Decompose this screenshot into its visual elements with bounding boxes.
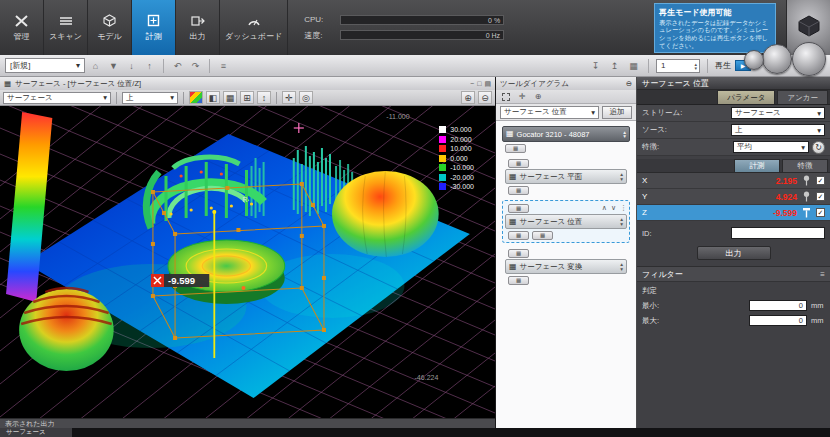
refresh-feature-button[interactable]: ↻ (812, 141, 825, 154)
node-reorder-spinner[interactable]: ▴▾ (620, 217, 623, 226)
tab-manage[interactable]: 管理 (0, 0, 44, 55)
subtab-features[interactable]: 特徴 (782, 159, 828, 172)
tool-node-surface-position[interactable]: ▦ ∧ ∨ ⋮ ▦ サーフェース 位置 ▴▾ ▦ ▦ (502, 200, 630, 243)
measurement-enabled-checkbox[interactable]: ✓ (816, 208, 825, 217)
measurement-output-port[interactable]: ▦ (508, 231, 529, 240)
source-select[interactable]: 上 ▾ (731, 124, 825, 136)
tool-body[interactable]: ▦ サーフェース 変換 ▴▾ (505, 259, 627, 274)
view-orientation-select[interactable]: 上 ▾ (122, 92, 178, 104)
view-3d-icon[interactable]: ▦ (223, 91, 237, 104)
measurement-enabled-checkbox[interactable]: ✓ (816, 192, 825, 201)
legend-row: -10.000 (439, 164, 474, 171)
tab-output[interactable]: 出力 (176, 0, 220, 55)
anchor-pin-icon[interactable] (802, 191, 811, 202)
collapse-panel-icon[interactable]: ⊖ (626, 79, 632, 88)
properties-tabs: パラメータ アンカー (637, 90, 830, 105)
node-reorder-spinner[interactable]: ▴▾ (620, 262, 623, 271)
open-icon[interactable]: ⌂ (88, 58, 103, 73)
anchor-pin-icon[interactable] (802, 175, 811, 186)
measurement-row-y[interactable]: Y 4.924 ✓ (637, 189, 830, 205)
bottom-tab-surface[interactable]: サーフェース (0, 428, 72, 437)
heightmap-palette-icon[interactable]: ▦ (189, 91, 203, 104)
tool-type-select[interactable]: サーフェース 位置 ▾ (500, 106, 599, 119)
redo-icon[interactable]: ↷ (188, 58, 203, 73)
stream-select[interactable]: サーフェース ▾ (731, 107, 825, 119)
min-input[interactable]: 0 (749, 300, 807, 311)
playback-knob[interactable] (744, 50, 764, 70)
tool-body[interactable]: ▦ サーフェース 位置 ▴▾ (505, 214, 627, 229)
tool-node-surface-transform[interactable]: ▦ ▦ サーフェース 変換 ▴▾ ▦ (502, 245, 630, 288)
tool-output-port-row: ▦ (508, 185, 627, 195)
view-2d-icon[interactable]: ◧ (206, 91, 220, 104)
cpu-progress-bar: 0 % (340, 15, 504, 25)
fit-view-icon[interactable]: ↕ (257, 91, 271, 104)
id-input[interactable] (731, 227, 825, 239)
grid-toggle-icon[interactable]: ⊞ (240, 91, 254, 104)
save-icon[interactable]: ▼ (106, 58, 121, 73)
download-data-icon[interactable]: ↧ (588, 58, 603, 73)
move-tool-icon[interactable]: ✛ (516, 91, 528, 102)
snapshot-icon[interactable]: ▦ (626, 58, 641, 73)
playback-knob[interactable] (762, 44, 792, 74)
subtab-measurements[interactable]: 計測 (734, 159, 780, 172)
max-input[interactable]: 0 (749, 315, 807, 326)
surface-input-port[interactable]: ▦ (508, 249, 529, 258)
tool-body[interactable]: ▦ サーフェース 平面 ▴▾ (505, 169, 627, 184)
measurement-row-z[interactable]: Z -9.599 ✓ (637, 205, 830, 221)
measurement-row-x[interactable]: X 2.195 ✓ (637, 173, 830, 189)
job-preset-select[interactable]: [新規] ▾ (5, 58, 85, 73)
legend-swatch (439, 155, 446, 162)
layout-window-icon[interactable]: ▤ (484, 80, 491, 88)
box-select-icon[interactable] (500, 91, 512, 102)
undo-icon[interactable]: ↶ (170, 58, 185, 73)
playback-knob[interactable] (792, 42, 826, 76)
feature-output-port[interactable]: ▦ (532, 231, 553, 240)
output-button[interactable]: 出力 (697, 246, 771, 260)
diagram-canvas[interactable]: ▦ Gocator 3210 - 48087 ▴▾ ▦ ▦ ▦ サーフェース 平… (496, 121, 636, 428)
frame-stepper[interactable]: ▴▾ (694, 62, 697, 70)
surface-3d-scene[interactable]: -9.599 -11.000 -46.224 R 30.000 20.000 1… (0, 106, 495, 418)
anchor-pin-icon[interactable] (802, 207, 811, 218)
surface-input-port[interactable]: ▦ (508, 159, 529, 168)
tab-parameters[interactable]: パラメータ (717, 90, 775, 104)
legend-swatch (439, 174, 446, 181)
tab-anchor[interactable]: アンカー (777, 90, 828, 104)
caret-down-icon: ▾ (170, 93, 174, 102)
node-reorder-spinner[interactable]: ▴▾ (620, 172, 623, 181)
scan-icon (58, 14, 74, 28)
data-source-select[interactable]: サーフェース ▾ (3, 92, 111, 104)
z-value-marker[interactable]: -9.599 (151, 274, 209, 287)
maximize-window-icon[interactable]: □ (477, 80, 481, 88)
zoom-out-icon[interactable]: ⊖ (478, 91, 492, 104)
filter-menu-icon[interactable]: ≡ (820, 270, 825, 279)
node-reorder-spinner[interactable]: ▴▾ (623, 130, 626, 139)
tab-scan[interactable]: スキャン (44, 0, 88, 55)
frame-number-input[interactable]: 1 ▴▾ (656, 59, 700, 73)
measurement-enabled-checkbox[interactable]: ✓ (816, 176, 825, 185)
surface-input-port[interactable]: ▦ (508, 204, 529, 213)
feature-select[interactable]: 平均 ▾ (733, 141, 809, 153)
pan-tool-icon[interactable]: ✛ (282, 91, 296, 104)
filter-section-header: フィルター ≡ (637, 267, 830, 282)
tool-node-surface-plane[interactable]: ▦ ▦ サーフェース 平面 ▴▾ ▦ (502, 155, 630, 198)
add-tool-button[interactable]: 追加 (602, 106, 632, 119)
region-select-icon[interactable]: ◎ (299, 91, 313, 104)
tab-measure[interactable]: 計測 (132, 0, 176, 55)
surface-output-port[interactable]: ▦ (508, 276, 529, 285)
tab-dashboard[interactable]: ダッシュボード (220, 0, 288, 55)
float-window-icon[interactable]: − (470, 80, 474, 88)
plane-output-port[interactable]: ▦ (508, 186, 529, 195)
device-node[interactable]: ▦ Gocator 3210 - 48087 ▴▾ (502, 126, 630, 142)
fit-diagram-icon[interactable]: ⊕ (532, 91, 544, 102)
record-options-icon[interactable]: ≡ (216, 58, 231, 73)
toolbar-separator (116, 92, 117, 104)
upload-data-icon[interactable]: ↥ (607, 58, 622, 73)
tab-model[interactable]: モデル (88, 0, 132, 55)
zoom-in-icon[interactable]: ⊕ (461, 91, 475, 104)
import-icon[interactable]: ↓ (124, 58, 139, 73)
export-icon[interactable]: ↑ (142, 58, 157, 73)
move-down-icon[interactable]: ∨ (611, 204, 616, 212)
tool-menu-icon[interactable]: ⋮ (620, 204, 627, 212)
surface-output-port[interactable]: ▦ (505, 144, 526, 153)
move-up-icon[interactable]: ∧ (602, 204, 607, 212)
